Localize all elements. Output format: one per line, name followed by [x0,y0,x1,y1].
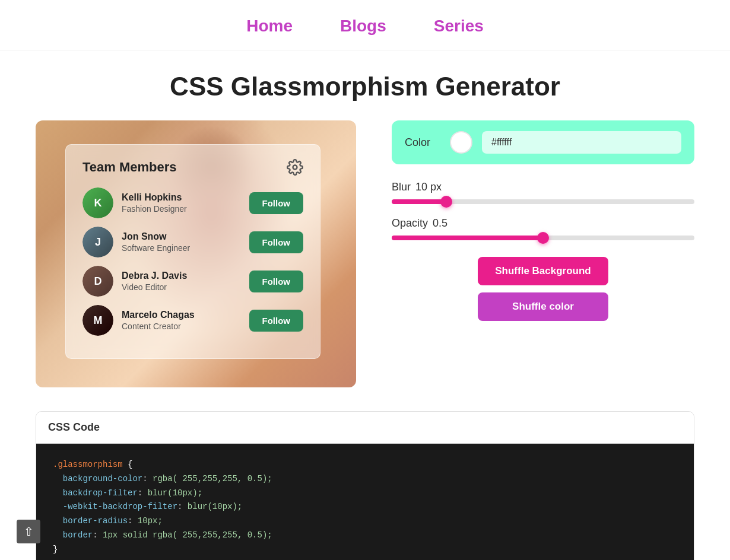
blur-slider-thumb[interactable] [440,196,452,208]
code-line-2: background-color: rgba( 255,255,255, 0.5… [53,472,677,486]
main-content: Team Members K Kelli Hopkins Fashion Des… [0,120,730,387]
blur-value: 10 px [415,181,442,193]
code-line-4: -webkit-backdrop-filter: blur(10px); [53,500,677,514]
code-brace-close: } [53,545,58,554]
scroll-top-button[interactable]: ⇧ [17,520,40,543]
member-row: K Kelli Hopkins Fashion Designer Follow [82,187,303,218]
controls-panel: Color Blur 10 px Opacity 0.5 [392,120,694,321]
card-title: Team Members [82,160,177,175]
blur-label: Blur [392,181,411,193]
color-swatch[interactable] [450,131,472,154]
css-code-section: CSS Code .glassmorphism { background-col… [36,411,694,560]
code-prop-3: -webkit-backdrop-filter [63,502,177,511]
member-role-3: Video Editor [122,282,249,292]
code-prop-2: backdrop-filter [63,488,138,498]
blur-label-row: Blur 10 px [392,181,694,193]
shuffle-background-button[interactable]: Shuffle Background [478,257,608,285]
opacity-label: Opacity [392,217,428,230]
member-info-3: Debra J. Davis Video Editor [122,271,249,292]
preview-panel: Team Members K Kelli Hopkins Fashion Des… [36,120,356,387]
member-name-2: Jon Snow [122,231,249,242]
follow-button-2[interactable]: Follow [249,231,304,253]
code-line-6: border: 1px solid rgba( 255,255,255, 0.5… [53,529,677,543]
code-val-1: rgba( 255,255,255, 0.5); [153,474,272,483]
code-line-7: } [53,543,677,557]
avatar-2: J [82,227,113,257]
svg-point-0 [293,166,297,170]
nav-series[interactable]: Series [434,17,484,36]
opacity-slider-track[interactable] [392,236,694,240]
shuffle-color-button[interactable]: Shuffle color [478,292,608,321]
avatar-4: M [82,305,113,336]
code-val-3: blur(10px); [188,502,242,511]
color-label: Color [405,136,440,149]
glass-card: Team Members K Kelli Hopkins Fashion Des… [65,144,320,359]
code-line-1: .glassmorphism { [53,458,677,472]
member-avatar-3: D [82,266,113,297]
blur-slider-track[interactable] [392,199,694,204]
code-prop-1: background-color [63,474,142,483]
blur-slider-fill [392,199,446,204]
opacity-value: 0.5 [433,217,447,230]
member-name-3: Debra J. Davis [122,271,249,281]
opacity-slider-thumb[interactable] [537,232,549,244]
member-name-1: Kelli Hopkins [122,192,249,203]
nav-home[interactable]: Home [246,17,293,36]
nav-blogs[interactable]: Blogs [340,17,386,36]
member-avatar-4: M [82,305,113,336]
main-nav: Home Blogs Series [0,0,730,50]
follow-button-1[interactable]: Follow [249,192,304,214]
code-line-5: border-radius: 10px; [53,514,677,529]
follow-button-3[interactable]: Follow [249,271,304,292]
color-control: Color [392,120,694,164]
css-code-header: CSS Code [36,412,694,444]
card-header: Team Members [82,159,303,176]
member-name-4: Marcelo Chagas [122,310,249,320]
member-avatar-2: J [82,227,113,257]
code-val-5: 1px solid rgba( 255,255,255, 0.5); [103,530,272,540]
code-prop-4: border-radius [63,516,128,526]
member-role-1: Fashion Designer [122,204,249,214]
page-title: CSS Glassmorphism Generator [0,72,730,101]
blur-slider-section: Blur 10 px [392,181,694,204]
code-val-2: blur(10px); [148,488,202,498]
code-selector: .glassmorphism [53,460,123,469]
avatar-1: K [82,187,113,218]
color-input[interactable] [482,131,681,154]
opacity-slider-fill [392,236,543,240]
gear-icon[interactable] [287,159,303,176]
opacity-slider-section: Opacity 0.5 [392,217,694,240]
member-role-4: Content Creator [122,322,249,331]
member-info-1: Kelli Hopkins Fashion Designer [122,192,249,214]
member-avatar-1: K [82,187,113,218]
member-row-3: D Debra J. Davis Video Editor Follow [82,266,303,297]
member-row-2: J Jon Snow Software Engineer Follow [82,227,303,257]
code-brace-open: { [128,460,132,469]
code-prop-5: border [63,530,93,540]
code-block: .glassmorphism { background-color: rgba(… [36,444,694,560]
code-val-4: 10px; [138,516,163,526]
follow-button-4[interactable]: Follow [249,310,304,332]
chevron-up-icon: ⇧ [24,524,34,539]
avatar-3: D [82,266,113,297]
member-info-2: Jon Snow Software Engineer [122,231,249,253]
opacity-label-row: Opacity 0.5 [392,217,694,230]
member-row-4: M Marcelo Chagas Content Creator Follow [82,305,303,336]
member-role-2: Software Engineer [122,243,249,253]
member-info-4: Marcelo Chagas Content Creator [122,310,249,331]
code-line-3: backdrop-filter: blur(10px); [53,486,677,501]
